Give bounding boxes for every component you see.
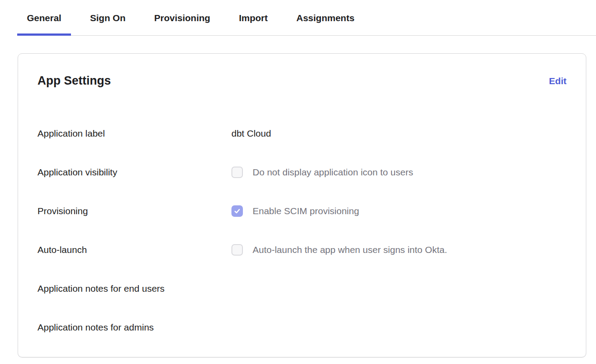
setting-value-area: Auto-launch the app when user signs into… (231, 243, 447, 256)
app-settings-card: App Settings Edit Application labeldbt C… (18, 53, 586, 357)
tab-assignments[interactable]: Assignments (287, 0, 364, 35)
checkbox-unchecked[interactable] (231, 244, 243, 256)
tab-bar: GeneralSign OnProvisioningImportAssignme… (17, 0, 596, 36)
setting-label: Application label (37, 127, 231, 140)
settings-row: Application labeldbt Cloud (37, 127, 566, 140)
setting-label: Provisioning (37, 204, 231, 218)
checkbox-label: Do not display application icon to users (253, 166, 413, 179)
settings-row: Auto-launchAuto-launch the app when user… (37, 243, 566, 256)
card-title: App Settings (37, 74, 111, 88)
tab-sign-on[interactable]: Sign On (80, 0, 135, 35)
setting-label: Application notes for admins (37, 321, 231, 334)
checkbox-checked[interactable] (231, 205, 243, 217)
setting-label: Application visibility (37, 166, 231, 179)
check-icon (234, 208, 241, 215)
checkbox-label: Auto-launch the app when user signs into… (253, 243, 447, 256)
settings-row: ProvisioningEnable SCIM provisioning (37, 204, 566, 218)
setting-value-area: Do not display application icon to users (231, 166, 413, 179)
setting-value-area: Enable SCIM provisioning (231, 204, 359, 218)
checkbox-label: Enable SCIM provisioning (253, 204, 359, 218)
settings-row: Application visibilityDo not display app… (37, 166, 566, 179)
setting-label: Auto-launch (37, 243, 231, 256)
tab-general[interactable]: General (17, 0, 71, 35)
tab-import[interactable]: Import (229, 0, 277, 35)
setting-label: Application notes for end users (37, 282, 231, 295)
settings-rows: Application labeldbt CloudApplication vi… (37, 127, 566, 334)
settings-row: Application notes for end users (37, 282, 566, 295)
checkbox-unchecked[interactable] (231, 167, 243, 178)
tab-provisioning[interactable]: Provisioning (145, 0, 220, 35)
edit-button[interactable]: Edit (549, 74, 566, 88)
settings-row: Application notes for admins (37, 321, 566, 334)
setting-value: dbt Cloud (231, 127, 271, 140)
setting-value-area: dbt Cloud (231, 127, 271, 140)
card-header: App Settings Edit (37, 74, 566, 88)
